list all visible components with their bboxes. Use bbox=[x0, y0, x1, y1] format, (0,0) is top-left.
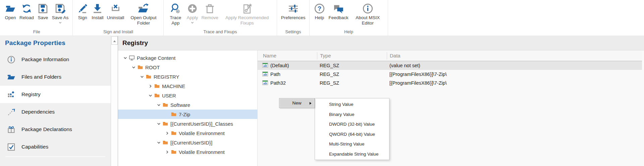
tree-item-currentusersid-classes[interactable]: [{CurrentUserSID}]_Classes bbox=[118, 119, 257, 128]
tree-item-user[interactable]: USER bbox=[118, 91, 257, 100]
expand-down-icon[interactable] bbox=[156, 121, 161, 126]
feedback-icon bbox=[333, 2, 344, 14]
sidebar-item-files-and-folders[interactable]: Files and Folders bbox=[0, 68, 111, 86]
apply-button: Apply bbox=[185, 2, 200, 25]
sidebar-item-package-information[interactable]: Package Information bbox=[0, 51, 111, 68]
ribbon: OpenReloadSaveSave AsFileSignInstallUnin… bbox=[0, 0, 644, 36]
reload-icon bbox=[21, 2, 32, 14]
submenu-item-binary-value[interactable]: Binary Value bbox=[315, 110, 389, 120]
ribbon-group-label: Trace and Fixups bbox=[164, 29, 276, 34]
save-button[interactable]: Save bbox=[36, 2, 50, 21]
table-row-path[interactable]: abPathREG_SZ[{ProgramFilesX86}]\7-Zip\ bbox=[258, 70, 642, 79]
svg-text:ab: ab bbox=[263, 72, 267, 76]
ribbon-group-label: Settings bbox=[277, 29, 310, 34]
sidebar-scrollbar[interactable] bbox=[111, 36, 118, 166]
page-header: Registry bbox=[118, 36, 644, 50]
expand-down-icon[interactable] bbox=[139, 74, 145, 79]
tree-item-currentusersid[interactable]: [{CurrentUserSID}] bbox=[118, 138, 257, 147]
tree-item-7-zip[interactable]: 7-Zip bbox=[118, 110, 257, 119]
tree-item-volatile-environment[interactable]: Volatile Environment bbox=[118, 128, 257, 138]
expand-down-icon[interactable] bbox=[156, 140, 161, 145]
registry-tree: Package ContentROOTREGISTRYMACHINEUSERSo… bbox=[118, 50, 258, 166]
submenu-item-expandable-string-value[interactable]: Expandable String Value bbox=[315, 149, 389, 159]
preferences-button[interactable]: Preferences bbox=[279, 2, 307, 21]
open-button[interactable]: Open bbox=[3, 2, 18, 21]
submenu-item-string-value[interactable]: String Value bbox=[315, 99, 389, 110]
folder-icon bbox=[162, 139, 168, 146]
submenu-item-dword-32-bit-value[interactable]: DWORD (32-bit) Value bbox=[315, 119, 389, 129]
value-name-cell: abPath bbox=[258, 72, 317, 77]
about-msix-editor-button[interactable]: About MSIX Editor bbox=[350, 2, 385, 27]
column-header-name[interactable]: Name bbox=[258, 52, 317, 59]
trace-app-button[interactable]: Trace App bbox=[166, 2, 185, 27]
column-header-data[interactable]: Data bbox=[387, 52, 642, 59]
string-value-icon: ab bbox=[262, 63, 268, 69]
scroll-up-button[interactable] bbox=[111, 36, 118, 45]
ribbon-group-label: File bbox=[1, 29, 72, 34]
submenu-item-qword-64-bit-value[interactable]: QWORD (64-bit) Value bbox=[315, 129, 389, 139]
ribbon-button-label: Open Output Folder bbox=[127, 15, 159, 26]
ribbon-button-label: Help bbox=[315, 15, 324, 20]
tree-item-label: [{CurrentUserSID}] bbox=[170, 140, 212, 146]
open-output-folder-button[interactable]: Open Output Folder bbox=[126, 2, 161, 27]
sidebar-item-registry[interactable]: Registry bbox=[0, 86, 111, 103]
value-name-cell: abPath32 bbox=[258, 80, 317, 86]
table-row-default[interactable]: ab(Default)REG_SZ(value not set) bbox=[258, 61, 642, 70]
context-menu-item-new[interactable]: New bbox=[279, 98, 315, 108]
value-data: (value not set) bbox=[387, 63, 642, 68]
app-window: OpenReloadSaveSave AsFileSignInstallUnin… bbox=[0, 0, 644, 166]
tree-item-volatile-environment[interactable]: Volatile Environment bbox=[118, 147, 257, 157]
apply-recommended-fixups-button: Apply Recommended Fixups bbox=[220, 2, 274, 27]
column-header-type[interactable]: Type bbox=[317, 52, 387, 59]
folder-icon bbox=[171, 149, 177, 155]
ribbon-group-buttons: ?HelpFeedbackAbout MSIX Editor bbox=[312, 2, 385, 27]
expand-down-icon[interactable] bbox=[131, 65, 136, 70]
value-type: REG_SZ bbox=[317, 63, 387, 68]
preferences-icon bbox=[288, 2, 299, 14]
install-icon bbox=[92, 2, 103, 14]
table-body: ab(Default)REG_SZ(value not set)abPathRE… bbox=[258, 61, 642, 87]
tree-item-label: Package Content bbox=[137, 55, 175, 61]
expand-down-icon[interactable] bbox=[122, 55, 128, 60]
tree-item-label: 7-Zip bbox=[179, 112, 190, 117]
sidebar-item-capabilities[interactable]: Capabilities bbox=[0, 138, 111, 156]
tree-item-label: Volatile Environment bbox=[179, 130, 225, 136]
ribbon-button-label: Apply bbox=[186, 15, 198, 20]
expand-down-icon[interactable] bbox=[156, 102, 161, 108]
tree-item-registry[interactable]: REGISTRY bbox=[118, 72, 257, 81]
tree-item-root[interactable]: ROOT bbox=[118, 63, 257, 72]
folder-icon bbox=[162, 102, 168, 108]
sidebar-item-label: Package Declarations bbox=[21, 126, 72, 132]
expand-right-icon[interactable] bbox=[164, 130, 170, 136]
registry-icon bbox=[7, 90, 15, 99]
folder-icon bbox=[171, 111, 177, 117]
tree-item-package-content[interactable]: Package Content bbox=[118, 53, 257, 63]
sidebar-item-label: Package Information bbox=[21, 56, 69, 63]
ribbon-button-label: Save bbox=[38, 15, 48, 20]
feedback-button[interactable]: Feedback bbox=[327, 2, 350, 21]
save-as-button[interactable]: Save As bbox=[50, 2, 70, 25]
ribbon-button-label: About MSIX Editor bbox=[352, 15, 384, 26]
help-button[interactable]: ?Help bbox=[312, 2, 327, 21]
tree-item-software[interactable]: Software bbox=[118, 100, 257, 110]
ribbon-button-label: Apply Recommended Fixups bbox=[222, 15, 273, 26]
ribbon-group-trace-and-fixups: Trace AppApplyRemoveApply Recommended Fi… bbox=[164, 0, 277, 36]
submenu-item-multi-string-value[interactable]: Multi-String Value bbox=[315, 139, 389, 149]
sidebar-item-package-declarations[interactable]: Package Declarations bbox=[0, 121, 111, 138]
expand-right-icon[interactable] bbox=[148, 83, 153, 89]
sidebar-item-dependencies[interactable]: Dependencies bbox=[0, 103, 111, 121]
expand-down-icon[interactable] bbox=[148, 93, 153, 98]
uninstall-button[interactable]: Uninstall bbox=[105, 2, 126, 21]
reload-button[interactable]: Reload bbox=[18, 2, 36, 21]
value-type: REG_SZ bbox=[317, 80, 387, 86]
tree-item-label: REGISTRY bbox=[154, 74, 179, 80]
sidebar-title: Package Properties bbox=[0, 36, 111, 47]
value-name: Path bbox=[270, 72, 280, 77]
folder-icon bbox=[154, 83, 160, 89]
save-as-icon bbox=[55, 2, 66, 14]
expand-right-icon[interactable] bbox=[164, 149, 170, 155]
table-row-path32[interactable]: abPath32REG_SZ[{ProgramFilesX86}]\7-Zip\ bbox=[258, 79, 642, 87]
sign-button[interactable]: Sign bbox=[75, 2, 90, 21]
install-button[interactable]: Install bbox=[90, 2, 105, 21]
tree-item-machine[interactable]: MACHINE bbox=[118, 81, 257, 91]
